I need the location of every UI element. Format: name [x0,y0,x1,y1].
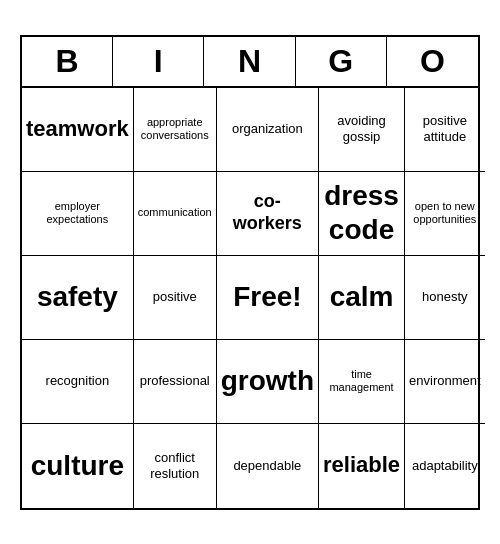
cell-label: dress code [323,179,400,246]
cell-label: communication [138,206,212,219]
cell-label: co-workers [221,191,314,234]
cell-label: professional [140,373,210,389]
cell-label: positive [153,289,197,305]
bingo-cell: positive [134,256,217,340]
cell-label: environment [409,373,481,389]
bingo-cell: honesty [405,256,485,340]
bingo-cell: environment [405,340,485,424]
bingo-cell: growth [217,340,319,424]
bingo-cell: conflict reslution [134,424,217,508]
bingo-cell: teamwork [22,88,134,172]
bingo-cell: co-workers [217,172,319,256]
bingo-cell: organization [217,88,319,172]
bingo-cell: culture [22,424,134,508]
cell-label: adaptability [412,458,478,474]
bingo-cell: calm [319,256,405,340]
header-letter: N [204,37,295,86]
header-letter: I [113,37,204,86]
cell-label: dependable [233,458,301,474]
cell-label: growth [221,364,314,398]
bingo-card: BINGO teamworkappropriate conversationso… [20,35,480,510]
cell-label: employer expectations [26,200,129,226]
header-letter: G [296,37,387,86]
bingo-cell: recognition [22,340,134,424]
bingo-cell: time management [319,340,405,424]
bingo-cell: employer expectations [22,172,134,256]
cell-label: honesty [422,289,468,305]
bingo-cell: safety [22,256,134,340]
cell-label: positive attitude [409,113,481,144]
bingo-cell: dress code [319,172,405,256]
bingo-cell: appropriate conversations [134,88,217,172]
bingo-cell: adaptability [405,424,485,508]
cell-label: reliable [323,452,400,478]
bingo-cell: reliable [319,424,405,508]
cell-label: Free! [233,280,301,314]
cell-label: safety [37,280,118,314]
cell-label: avoiding gossip [323,113,400,144]
bingo-cell: Free! [217,256,319,340]
cell-label: organization [232,121,303,137]
cell-label: conflict reslution [138,450,212,481]
bingo-cell: communication [134,172,217,256]
cell-label: appropriate conversations [138,116,212,142]
bingo-cell: positive attitude [405,88,485,172]
bingo-cell: professional [134,340,217,424]
cell-label: open to new opportunities [409,200,481,226]
bingo-cell: open to new opportunities [405,172,485,256]
cell-label: calm [330,280,394,314]
cell-label: culture [31,449,124,483]
bingo-cell: dependable [217,424,319,508]
cell-label: time management [323,368,400,394]
header-letter: B [22,37,113,86]
bingo-header: BINGO [22,37,478,88]
bingo-grid: teamworkappropriate conversationsorganiz… [22,88,478,508]
cell-label: teamwork [26,116,129,142]
bingo-cell: avoiding gossip [319,88,405,172]
header-letter: O [387,37,478,86]
cell-label: recognition [46,373,110,389]
